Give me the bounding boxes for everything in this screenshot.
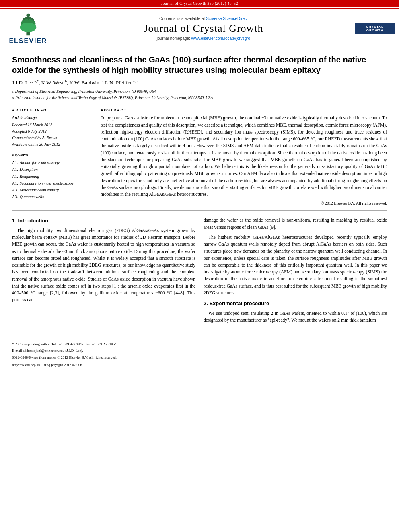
elsevier-logo: ELSEVIER (4, 12, 52, 45)
email-note: E-mail address: junl@princeton.edu (J.J.… (12, 348, 387, 354)
keywords-section: Keywords: A1. Atomic force microscopy A1… (12, 152, 93, 200)
author-kw-west: K.W. West b (41, 80, 67, 86)
kw-item-2: A1. Desorption (12, 166, 93, 173)
accepted-date: Accepted 6 July 2012 (12, 128, 93, 135)
keywords-label: Keywords: (12, 152, 93, 158)
kw-item-6: A3. Quantum wells (12, 193, 93, 200)
section2-col2-p1: We use undoped semi-insulating 2 in GaAs… (204, 310, 387, 324)
corresponding-note: * * Corresponding author. Tel.: +1 609 9… (12, 342, 387, 347)
body-col-right: damage the wafer as the oxide removal is… (204, 217, 387, 327)
body-columns: 1. Introduction The high mobility two-di… (12, 217, 387, 327)
article-history-section: Article history: Received 16 March 2012 … (12, 115, 93, 148)
kw2-cat: A1. (12, 166, 18, 173)
section1-col2-p2: The highest mobility GaAs/AlGaAs heteros… (204, 234, 387, 296)
footer-doi-line: http://dx.doi.org/10.1016/j.jcrysgro.201… (12, 362, 387, 368)
communicated-by: Communicated by A. Brown (12, 135, 93, 141)
affil-a-line: a Department of Electrical Engineering, … (12, 88, 387, 94)
journal-top-bar: Journal of Crystal Growth 356 (2012) 46–… (0, 0, 399, 7)
main-content: Smoothness and cleanliness of the GaAs (… (0, 48, 399, 335)
kw3-text: Roughening (20, 173, 39, 180)
article-info-col: ARTICLE INFO Article history: Received 1… (12, 108, 93, 205)
section2-heading: 2. Experimental procedure (204, 300, 387, 308)
abstract-label: ABSTRACT (101, 108, 387, 112)
homepage-url[interactable]: www.elsevier.com/locate/jcrysgro (191, 36, 250, 41)
affil-b-line: b Princeton Institute for the Science an… (12, 94, 387, 101)
kw1-text: Atomic force microscopy (20, 159, 60, 166)
crystal-logo-line1: CRYSTAL (356, 25, 393, 29)
sciverse-link[interactable]: SciVerse ScienceDirect (206, 16, 248, 21)
available-online: Available online 20 July 2012 (12, 141, 93, 148)
affil-b-sup: b (12, 96, 14, 101)
kw-item-1: A1. Atomic force microscopy (12, 159, 93, 166)
affiliations: a Department of Electrical Engineering, … (12, 88, 387, 101)
affil-b-text: Princeton Institute for the Science and … (15, 94, 213, 101)
footer-area: * * Corresponding author. Tel.: +1 609 9… (12, 339, 387, 368)
author-kw-baldwin: K.W. Baldwin b (69, 80, 102, 86)
page-wrapper: Journal of Crystal Growth 356 (2012) 46–… (0, 0, 399, 368)
abstract-divider (12, 210, 387, 211)
journal-header: ELSEVIER Contents lists available at Sci… (0, 8, 399, 48)
abstract-col: ABSTRACT To prepare a GaAs substrate for… (101, 108, 387, 205)
journal-homepage: journal homepage: www.elsevier.com/locat… (52, 36, 355, 41)
kw6-text: Quantum wells (20, 193, 44, 200)
corresponding-star: * (12, 342, 14, 347)
elsevier-tree-icon (14, 12, 42, 37)
kw2-text: Desorption (20, 166, 38, 173)
kw-item-3: A1. Roughening (12, 173, 93, 180)
svg-point-5 (26, 14, 30, 17)
journal-title: Journal of Crystal Growth (52, 23, 355, 35)
section1-heading: 1. Introduction (12, 217, 195, 225)
body-col-left: 1. Introduction The high mobility two-di… (12, 217, 195, 327)
top-bar-text: Journal of Crystal Growth 356 (2012) 46–… (161, 1, 238, 6)
header-divider (12, 105, 387, 105)
history-label: Article history: (12, 115, 93, 121)
kw1-cat: A1. (12, 159, 18, 166)
kw3-cat: A1. (12, 173, 18, 180)
copyright-line: © 2012 Elsevier B.V. All rights reserved… (101, 201, 387, 205)
article-info-abstract-row: ARTICLE INFO Article history: Received 1… (12, 108, 387, 205)
kw5-cat: A3. (12, 187, 18, 193)
received-date: Received 16 March 2012 (12, 122, 93, 128)
homepage-label: journal homepage: (157, 36, 190, 41)
kw5-text: Molecular beam epitaxy (20, 187, 59, 193)
svg-point-4 (20, 23, 37, 32)
corresponding-text: * Corresponding author. Tel.: +1 609 937… (16, 342, 118, 347)
footer-issn: 0022-0248/$ - see front matter © 2012 El… (12, 355, 387, 361)
author-ln-pfeiffer: L.N. Pfeiffer a,b (105, 80, 138, 86)
section1-p1: The high mobility two-dimensional electr… (12, 227, 195, 304)
kw4-text: Secondary ion mass spectroscopy (20, 180, 74, 187)
abstract-text: To prepare a GaAs substrate for molecula… (101, 115, 387, 198)
affil-a-text: Department of Electrical Engineering, Pr… (15, 88, 156, 94)
elsevier-brand-text: ELSEVIER (9, 37, 47, 45)
doi-text: http://dx.doi.org/10.1016/j.jcrysgro.201… (12, 363, 82, 367)
journal-center: Contents lists available at SciVerse Sci… (52, 16, 355, 41)
affil-a-sup: a (12, 90, 14, 94)
kw6-cat: A3. (12, 193, 18, 200)
kw4-cat: A1. (12, 180, 18, 187)
authors-line: J.J.D. Lee a,*, K.W. West b, K.W. Baldwi… (12, 79, 387, 86)
article-history: Article history: Received 16 March 2012 … (12, 115, 93, 148)
kw-item-5: A3. Molecular beam epitaxy (12, 187, 93, 193)
issn-text: 0022-0248/$ - see front matter © 2012 El… (12, 355, 117, 359)
crystal-growth-logo: CRYSTAL GROWTH (355, 23, 395, 34)
section1-col2-p1: damage the wafer as the oxide removal is… (204, 217, 387, 231)
article-title: Smoothness and cleanliness of the GaAs (… (12, 54, 387, 75)
sciverse-text: Contents lists available at (159, 16, 205, 21)
keywords-list: Keywords: A1. Atomic force microscopy A1… (12, 152, 93, 200)
crystal-logo-box: CRYSTAL GROWTH (355, 23, 395, 34)
article-info-label: ARTICLE INFO (12, 108, 93, 112)
sciverse-bar: Contents lists available at SciVerse Sci… (52, 16, 355, 21)
author-jjd: J.J.D. Lee a,* (12, 80, 39, 86)
crystal-logo-line2: GROWTH (356, 29, 393, 32)
email-text: E-mail address: junl@princeton.edu (J.J.… (12, 348, 83, 354)
kw-item-4: A1. Secondary ion mass spectroscopy (12, 180, 93, 187)
